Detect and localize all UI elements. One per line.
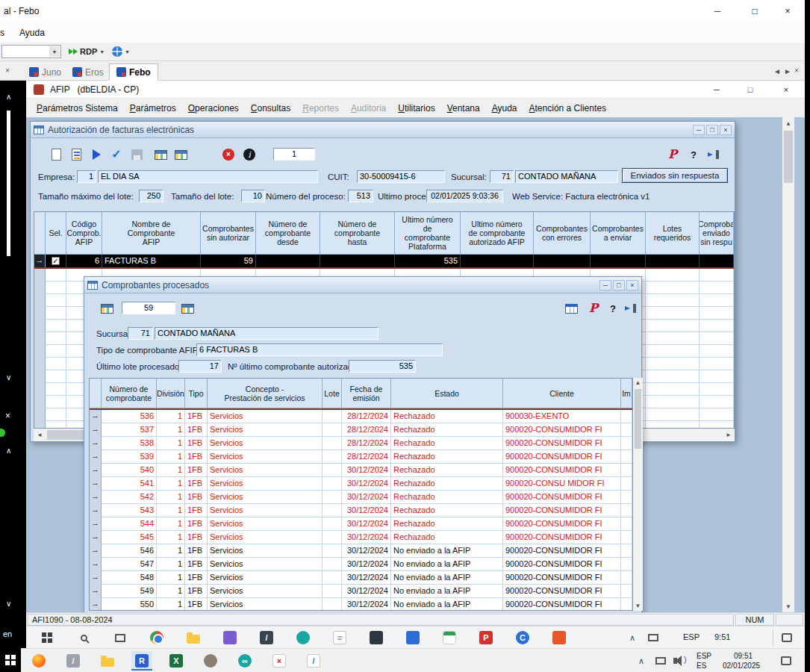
cell-estado[interactable]: No enviado a la AFIP bbox=[391, 598, 503, 611]
cell-estado[interactable]: No enviado a la AFIP bbox=[391, 558, 503, 571]
cell-numero[interactable]: 548 bbox=[102, 571, 157, 585]
cell-cliente[interactable]: 900020-CONSUMIDOR FI bbox=[503, 598, 621, 611]
cell-fecha[interactable]: 28/12/2024 bbox=[342, 423, 391, 437]
cell-division[interactable]: 1 bbox=[157, 491, 185, 504]
cell-tipo[interactable]: 1FB bbox=[185, 410, 208, 423]
remote-clock[interactable]: 9:51 bbox=[714, 632, 730, 641]
column-header-ultimo-numero[interactable]: Ultimo número de comprobante Plataforma bbox=[395, 212, 461, 255]
afip-restore-button[interactable]: □ bbox=[735, 81, 765, 99]
cell-estado[interactable]: Rechazado bbox=[391, 410, 503, 423]
cell-division[interactable]: 1 bbox=[157, 464, 185, 477]
strip-chevron-down-icon[interactable]: ∨ bbox=[6, 600, 11, 608]
local-clock-time[interactable]: 09:51 bbox=[734, 652, 753, 660]
start-icon[interactable] bbox=[37, 628, 57, 647]
cell-cliente[interactable]: 900020-CONSU MIDOR FI bbox=[503, 477, 621, 491]
host-maximize-button[interactable]: □ bbox=[738, 0, 772, 22]
auth-minimize-button[interactable]: ─ bbox=[693, 125, 705, 135]
table-row[interactable]: →54411FBServicios30/12/2024Rechazado9000… bbox=[90, 517, 632, 531]
cell-concepto[interactable]: Servicios bbox=[208, 531, 323, 544]
proc-minimize-button[interactable]: ─ bbox=[599, 280, 611, 290]
menu-reportes[interactable]: Reportes bbox=[296, 103, 345, 113]
cell-concepto[interactable]: Servicios bbox=[208, 571, 323, 585]
app-teal-icon[interactable] bbox=[293, 628, 314, 647]
host-menu-ayuda[interactable]: Ayuda bbox=[19, 28, 45, 38]
rdp-app-icon[interactable]: R bbox=[131, 651, 152, 671]
proc-sucursal-name-field[interactable]: CONTADO MAÑANA bbox=[155, 327, 378, 340]
cell-fecha[interactable]: 30/12/2024 bbox=[342, 571, 391, 585]
cell-numero[interactable]: 542 bbox=[102, 491, 157, 504]
column-header-numero-de[interactable]: Número de comprobante desde bbox=[256, 212, 320, 255]
num-proceso-field[interactable]: 513 bbox=[348, 190, 373, 202]
cell-cliente[interactable]: 900020-CONSUMIDOR FI bbox=[503, 464, 621, 477]
tabbar-close-icon[interactable]: × bbox=[794, 66, 799, 75]
cell-division[interactable]: 1 bbox=[157, 410, 185, 423]
column-header-im[interactable]: Im bbox=[621, 379, 632, 408]
cell-concepto[interactable]: Servicios bbox=[208, 504, 323, 517]
cell-concepto[interactable]: Servicios bbox=[208, 410, 323, 423]
cell-cliente[interactable]: 900020-CONSUMIDOR FI bbox=[503, 517, 621, 531]
host-minimize-button[interactable]: ─ bbox=[700, 0, 735, 22]
cell-estado[interactable]: Rechazado bbox=[391, 464, 503, 477]
cell-cliente[interactable]: 900020-CONSUMIDOR FI bbox=[503, 585, 621, 598]
column-header-cliente[interactable]: Cliente bbox=[503, 379, 621, 408]
cell-sin_autorizar[interactable]: 59 bbox=[201, 255, 256, 267]
table-row[interactable]: →54111FBServicios30/12/2024Rechazado9000… bbox=[90, 477, 632, 491]
gimp-icon[interactable] bbox=[200, 651, 221, 671]
table-row[interactable]: →55011FBServicios30/12/2024No enviado a … bbox=[90, 598, 632, 611]
cell-lotes[interactable] bbox=[646, 255, 700, 267]
chevron-down-icon[interactable]: ▼ bbox=[125, 49, 130, 55]
empresa-name-field[interactable]: EL DIA SA bbox=[98, 170, 318, 183]
proc-counter-field[interactable]: 59 bbox=[122, 302, 175, 314]
column-header-numero-de[interactable]: Número de comprobante hasta bbox=[320, 212, 395, 255]
search-icon[interactable] bbox=[73, 628, 94, 647]
cell-lote[interactable] bbox=[323, 571, 342, 585]
cell-concepto[interactable]: Servicios bbox=[208, 558, 323, 571]
exit-button[interactable] bbox=[621, 299, 639, 317]
tab-eros[interactable]: Eros bbox=[66, 63, 110, 81]
cell-tipo[interactable]: 1FB bbox=[185, 477, 208, 491]
menu-utilitarios[interactable]: Utilitarios bbox=[392, 103, 440, 113]
strip-chevron-up-icon[interactable]: ∧ bbox=[6, 447, 11, 455]
notification-center-icon[interactable] bbox=[782, 633, 792, 642]
app-infinity-icon[interactable]: ∞ bbox=[234, 651, 255, 671]
app-pen-blue-icon[interactable]: / bbox=[303, 651, 324, 671]
proc-vscrollbar[interactable]: ▲ ▼ bbox=[633, 378, 643, 611]
tool-icon[interactable]: / bbox=[63, 651, 84, 671]
tam-max-field[interactable]: 250 bbox=[139, 190, 163, 202]
proc-tipo-field[interactable]: 6 FACTURAS B bbox=[196, 343, 443, 356]
table-view-button[interactable] bbox=[562, 299, 580, 317]
cell-lote[interactable] bbox=[323, 585, 342, 598]
host-combo-box[interactable]: ▼ bbox=[1, 45, 61, 58]
cell-cliente[interactable]: 900020-CONSUMIDOR FI bbox=[503, 571, 621, 585]
save-button[interactable] bbox=[128, 146, 146, 164]
cell-division[interactable]: 1 bbox=[157, 477, 185, 491]
cell-lote[interactable] bbox=[323, 504, 342, 517]
export-grid-button[interactable] bbox=[172, 146, 190, 164]
tab-scroll-left-icon[interactable]: ◄ bbox=[773, 67, 781, 75]
cell-estado[interactable]: No enviado a la AFIP bbox=[391, 585, 503, 598]
excel-icon[interactable]: X bbox=[166, 651, 187, 671]
tray-network-icon[interactable] bbox=[655, 657, 666, 665]
scroll-down-icon[interactable]: ▼ bbox=[782, 600, 794, 612]
afip-minimize-button[interactable]: ─ bbox=[702, 81, 732, 99]
cell-codigo[interactable]: 6 bbox=[66, 255, 102, 267]
cell-division[interactable]: 1 bbox=[157, 558, 185, 571]
cell-numero[interactable]: 537 bbox=[102, 423, 157, 437]
cell-enviados[interactable] bbox=[700, 255, 734, 267]
table-row[interactable]: →54911FBServicios30/12/2024No enviado a … bbox=[90, 585, 632, 598]
local-clock-date[interactable]: 02/01/2025 bbox=[723, 662, 760, 670]
table-row[interactable]: →54311FBServicios30/12/2024Rechazado9000… bbox=[90, 504, 632, 517]
cell-numero[interactable]: 536 bbox=[102, 410, 157, 423]
menu-atencion-a-clientes[interactable]: Atención a Clientes bbox=[523, 103, 612, 113]
strip-chevron-up-icon[interactable]: ∧ bbox=[6, 93, 11, 101]
cell-fecha[interactable]: 30/12/2024 bbox=[342, 531, 391, 544]
table-row[interactable]: →53711FBServicios28/12/2024Rechazado9000… bbox=[90, 423, 632, 437]
app-red-icon[interactable]: P bbox=[476, 628, 496, 647]
cell-fecha[interactable]: 30/12/2024 bbox=[342, 517, 391, 531]
table-row[interactable]: →54811FBServicios30/12/2024No enviado a … bbox=[90, 571, 632, 585]
column-header-ultimo-numero[interactable]: Ultimo número de comprobante autorizado … bbox=[461, 212, 534, 255]
cell-lote[interactable] bbox=[323, 450, 342, 464]
cell-concepto[interactable]: Servicios bbox=[208, 491, 323, 504]
tray-chevron-up-icon[interactable]: ∧ bbox=[629, 633, 635, 643]
cell-tipo[interactable]: 1FB bbox=[185, 571, 208, 585]
